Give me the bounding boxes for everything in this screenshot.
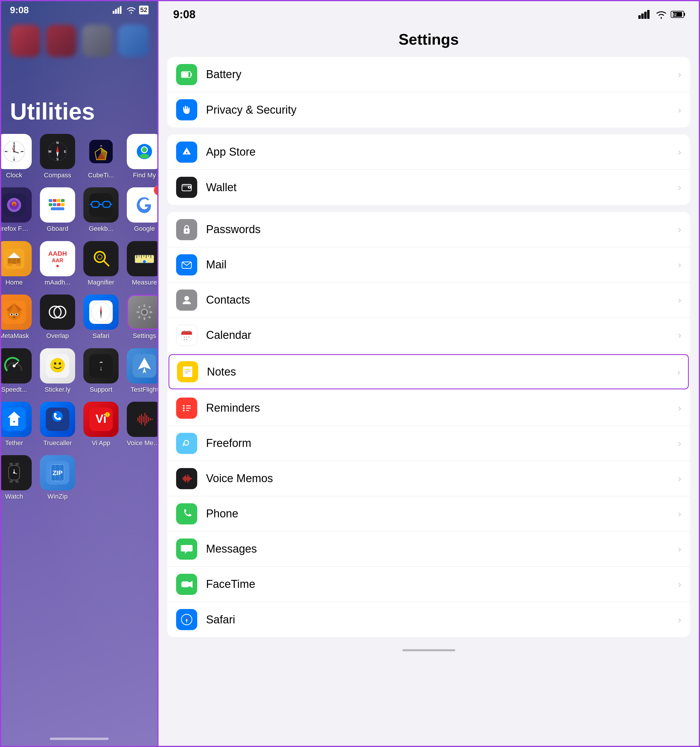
- settings-row-voicememos[interactable]: Voice Memos ›: [167, 461, 690, 496]
- settings-row-reminders[interactable]: Reminders ›: [167, 390, 690, 426]
- svg-rect-63: [8, 258, 12, 263]
- app-item-truecaller[interactable]: Truecaller: [40, 402, 75, 447]
- app-item-stickerly[interactable]: Sticker.ly: [40, 348, 75, 393]
- app-item-speedtest[interactable]: Speedt...: [0, 348, 32, 393]
- facetime-settings-icon: [176, 574, 197, 595]
- wallet-chevron: ›: [678, 182, 681, 193]
- app-item-safari[interactable]: Safari: [83, 295, 119, 340]
- app-grid: 12 6 3 9 Clock N S E W: [1, 131, 157, 504]
- notes-chevron: ›: [677, 366, 680, 377]
- app-item-settings[interactable]: Settings: [127, 295, 158, 340]
- right-panel: 9:08 52 Settings: [158, 0, 700, 747]
- svg-text:☁: ☁: [99, 359, 103, 364]
- svg-text:ZIP: ZIP: [53, 469, 62, 476]
- svg-rect-62: [12, 258, 16, 264]
- stickerly-label: Sticker.ly: [45, 386, 71, 393]
- svg-text:9: 9: [7, 150, 9, 153]
- svg-text:Vi: Vi: [95, 412, 106, 425]
- svg-rect-44: [61, 199, 65, 202]
- app-item-tether[interactable]: Tether: [0, 402, 32, 447]
- google-badge: 5: [154, 185, 158, 195]
- settings-row-mail[interactable]: Mail ›: [167, 247, 690, 283]
- settings-row-messages[interactable]: Messages ›: [167, 531, 690, 567]
- app-item-findmy[interactable]: Find My: [127, 134, 158, 179]
- svg-rect-106: [138, 305, 141, 308]
- app-item-voicememos[interactable]: Voice Memos: [127, 402, 158, 447]
- app-item-viapp[interactable]: Vi ! Vi App: [83, 402, 119, 447]
- app-item-magnifier[interactable]: Magnifier: [83, 241, 119, 286]
- svg-rect-103: [143, 317, 145, 320]
- app-item-home[interactable]: Home: [0, 241, 32, 286]
- svg-rect-161: [647, 10, 650, 19]
- messages-settings-icon: [176, 538, 197, 559]
- voicememos-label: Voice Memos: [127, 439, 158, 447]
- svg-point-116: [59, 362, 61, 365]
- facetime-row-label: FaceTime: [206, 578, 678, 590]
- svg-rect-102: [143, 304, 145, 307]
- app-item-geekbench[interactable]: Geekb...: [83, 188, 119, 233]
- app-item-winzip[interactable]: ZIP WinZip: [40, 455, 75, 501]
- settings-row-calendar[interactable]: Calendar ›: [167, 318, 690, 353]
- status-icons-right: 52: [638, 10, 684, 19]
- phone-row-label: Phone: [206, 507, 678, 520]
- freeform-chevron: ›: [678, 438, 681, 449]
- settings-row-freeform[interactable]: Freeform ›: [167, 426, 690, 461]
- findmy-icon: [127, 134, 158, 169]
- appstore-row-label: App Store: [206, 146, 678, 158]
- app-item-google[interactable]: 5 Google: [127, 188, 158, 233]
- app-item-cubeti[interactable]: ☁ CubeTi...: [83, 134, 119, 179]
- svg-rect-184: [183, 366, 192, 377]
- app-item-overlap[interactable]: Overlap: [40, 295, 75, 340]
- settings-row-contacts[interactable]: Contacts ›: [167, 283, 690, 318]
- safari-row-label: Safari: [206, 613, 678, 626]
- mail-settings-icon: [176, 254, 197, 275]
- reminders-row-label: Reminders: [206, 402, 678, 414]
- viapp-icon: Vi !: [83, 402, 119, 437]
- settings-row-safari-bottom[interactable]: Safari ›: [167, 602, 690, 637]
- svg-rect-105: [149, 311, 152, 313]
- metamask-label: MetaMask: [0, 332, 29, 340]
- svg-text:AAR: AAR: [52, 257, 63, 263]
- freeform-row-label: Freeform: [206, 437, 678, 449]
- svg-point-90: [15, 314, 17, 315]
- svg-rect-147: [15, 480, 19, 483]
- app-item-measure[interactable]: Measure: [127, 241, 158, 286]
- app-item-watch[interactable]: Watch: [0, 455, 32, 501]
- google-icon: 5: [127, 188, 158, 222]
- settings-title: Settings: [158, 25, 699, 57]
- app-item-metamask[interactable]: MetaMask: [0, 295, 32, 340]
- settings-row-privacy[interactable]: Privacy & Security ›: [167, 92, 690, 127]
- settings-row-facetime[interactable]: FaceTime ›: [167, 567, 690, 602]
- magnifier-icon: [83, 241, 119, 276]
- settings-row-appstore[interactable]: App Store ›: [167, 135, 690, 170]
- app-item-gboard[interactable]: Gboard: [40, 188, 75, 233]
- voicememos-row-label: Voice Memos: [206, 472, 678, 485]
- settings-row-wallet[interactable]: Wallet ›: [167, 170, 690, 205]
- settings-row-notes[interactable]: Notes ›: [169, 354, 689, 389]
- svg-rect-2: [118, 8, 119, 14]
- app-item-compass[interactable]: N S E W Compass: [40, 134, 75, 179]
- svg-point-181: [189, 337, 190, 338]
- settings-row-battery[interactable]: Battery ›: [167, 57, 690, 92]
- app-item-clock[interactable]: 12 6 3 9 Clock: [0, 134, 32, 179]
- truecaller-label: Truecaller: [44, 439, 72, 447]
- svg-point-190: [183, 410, 185, 411]
- home-indicator-left: [50, 738, 109, 740]
- svg-rect-203: [181, 581, 189, 587]
- svg-point-182: [184, 339, 185, 340]
- app-item-testflight[interactable]: TestFlight: [127, 348, 158, 393]
- app-item-support[interactable]: ☁ ↓ Support: [83, 348, 119, 393]
- settings-row-passwords[interactable]: Passwords ›: [167, 212, 690, 247]
- settings-row-phone[interactable]: Phone ›: [167, 496, 690, 531]
- app-item-firefox[interactable]: Firefox Focus: [0, 188, 32, 233]
- svg-rect-47: [57, 203, 60, 206]
- freeform-settings-icon: [176, 433, 197, 454]
- testflight-label: TestFlight: [131, 386, 158, 393]
- wifi-icon-left: [126, 6, 136, 14]
- metamask-icon: [0, 295, 32, 330]
- svg-text:!: !: [107, 413, 108, 417]
- measure-label: Measure: [132, 279, 157, 286]
- app-item-aadhar[interactable]: AADH AAR mAadh...: [40, 241, 75, 286]
- svg-point-39: [13, 204, 15, 206]
- svg-point-169: [189, 187, 190, 188]
